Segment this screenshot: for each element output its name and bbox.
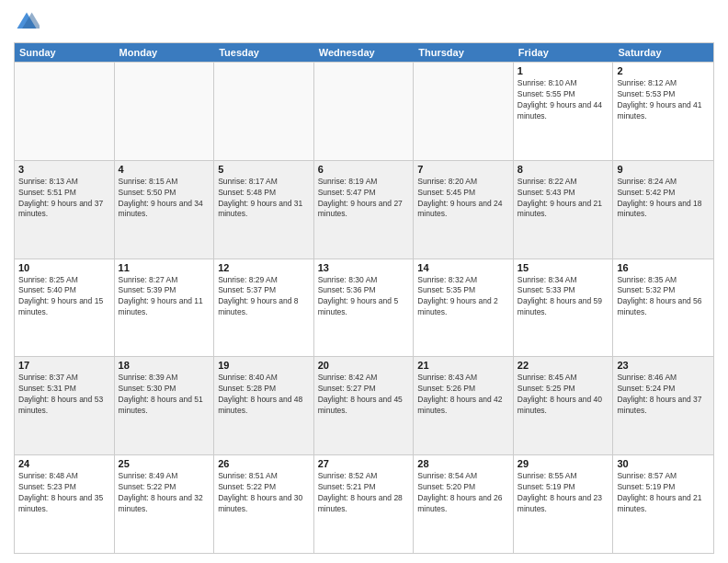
calendar-body: 1Sunrise: 8:10 AMSunset: 5:55 PMDaylight… — [15, 62, 713, 553]
cal-cell-6: 6Sunrise: 8:19 AMSunset: 5:47 PMDaylight… — [314, 161, 415, 259]
cal-cell-14: 14Sunrise: 8:32 AMSunset: 5:35 PMDayligh… — [414, 259, 514, 357]
cal-cell-11: 11Sunrise: 8:27 AMSunset: 5:39 PMDayligh… — [115, 259, 215, 357]
cal-cell-22: 22Sunrise: 8:45 AMSunset: 5:25 PMDayligh… — [514, 357, 614, 454]
day-number: 23 — [617, 360, 710, 371]
day-number: 24 — [18, 458, 110, 469]
header-day-sunday: Sunday — [15, 43, 115, 62]
cal-cell-20: 20Sunrise: 8:42 AMSunset: 5:27 PMDayligh… — [314, 357, 415, 454]
day-number: 2 — [617, 65, 710, 76]
cell-info: Sunrise: 8:29 AMSunset: 5:37 PMDaylight:… — [218, 275, 310, 319]
cell-info: Sunrise: 8:51 AMSunset: 5:22 PMDaylight:… — [218, 471, 310, 515]
cell-info: Sunrise: 8:22 AMSunset: 5:43 PMDaylight:… — [518, 177, 609, 221]
cell-info: Sunrise: 8:20 AMSunset: 5:45 PMDaylight:… — [417, 177, 509, 221]
day-number: 7 — [417, 164, 509, 175]
cell-info: Sunrise: 8:43 AMSunset: 5:26 PMDaylight:… — [417, 373, 509, 417]
cell-info: Sunrise: 8:54 AMSunset: 5:20 PMDaylight:… — [417, 471, 509, 515]
cal-cell-28: 28Sunrise: 8:54 AMSunset: 5:20 PMDayligh… — [414, 455, 514, 553]
day-number: 22 — [518, 360, 609, 371]
cell-info: Sunrise: 8:46 AMSunset: 5:24 PMDaylight:… — [617, 373, 710, 417]
cal-cell-2: 2Sunrise: 8:12 AMSunset: 5:53 PMDaylight… — [613, 63, 713, 160]
cell-info: Sunrise: 8:30 AMSunset: 5:36 PMDaylight:… — [318, 275, 410, 319]
day-number: 28 — [417, 458, 509, 469]
cal-cell-19: 19Sunrise: 8:40 AMSunset: 5:28 PMDayligh… — [214, 357, 314, 454]
day-number: 21 — [417, 360, 509, 371]
cell-info: Sunrise: 8:55 AMSunset: 5:19 PMDaylight:… — [518, 471, 609, 515]
cal-cell-16: 16Sunrise: 8:35 AMSunset: 5:32 PMDayligh… — [613, 259, 713, 357]
cal-cell-12: 12Sunrise: 8:29 AMSunset: 5:37 PMDayligh… — [214, 259, 314, 357]
cell-info: Sunrise: 8:49 AMSunset: 5:22 PMDaylight:… — [119, 471, 210, 515]
header-day-tuesday: Tuesday — [214, 43, 314, 62]
cell-info: Sunrise: 8:15 AMSunset: 5:50 PMDaylight:… — [119, 177, 210, 221]
cal-cell-empty-3 — [314, 63, 415, 160]
cal-cell-27: 27Sunrise: 8:52 AMSunset: 5:21 PMDayligh… — [314, 455, 415, 553]
day-number: 4 — [119, 164, 210, 175]
cell-info: Sunrise: 8:13 AMSunset: 5:51 PMDaylight:… — [18, 177, 110, 221]
cal-cell-5: 5Sunrise: 8:17 AMSunset: 5:48 PMDaylight… — [214, 161, 314, 259]
day-number: 25 — [119, 458, 210, 469]
cell-info: Sunrise: 8:48 AMSunset: 5:23 PMDaylight:… — [18, 471, 110, 515]
day-number: 13 — [318, 262, 410, 273]
cell-info: Sunrise: 8:27 AMSunset: 5:39 PMDaylight:… — [119, 275, 210, 319]
cal-cell-8: 8Sunrise: 8:22 AMSunset: 5:43 PMDaylight… — [514, 161, 614, 259]
cell-info: Sunrise: 8:37 AMSunset: 5:31 PMDaylight:… — [18, 373, 110, 417]
day-number: 15 — [518, 262, 609, 273]
day-number: 20 — [318, 360, 410, 371]
cal-cell-4: 4Sunrise: 8:15 AMSunset: 5:50 PMDaylight… — [115, 161, 215, 259]
cal-cell-17: 17Sunrise: 8:37 AMSunset: 5:31 PMDayligh… — [15, 357, 115, 454]
cell-info: Sunrise: 8:32 AMSunset: 5:35 PMDaylight:… — [417, 275, 509, 319]
cal-row-3: 17Sunrise: 8:37 AMSunset: 5:31 PMDayligh… — [15, 356, 713, 454]
day-number: 18 — [119, 360, 210, 371]
cal-cell-empty-4 — [414, 63, 514, 160]
cal-cell-29: 29Sunrise: 8:55 AMSunset: 5:19 PMDayligh… — [514, 455, 614, 553]
cal-cell-9: 9Sunrise: 8:24 AMSunset: 5:42 PMDaylight… — [613, 161, 713, 259]
day-number: 9 — [617, 164, 710, 175]
cal-cell-empty-0 — [15, 63, 115, 160]
header — [14, 9, 714, 35]
header-day-thursday: Thursday — [414, 43, 514, 62]
cal-cell-30: 30Sunrise: 8:57 AMSunset: 5:19 PMDayligh… — [613, 455, 713, 553]
cell-info: Sunrise: 8:57 AMSunset: 5:19 PMDaylight:… — [617, 471, 710, 515]
cal-cell-10: 10Sunrise: 8:25 AMSunset: 5:40 PMDayligh… — [15, 259, 115, 357]
cal-cell-18: 18Sunrise: 8:39 AMSunset: 5:30 PMDayligh… — [115, 357, 215, 454]
cal-cell-3: 3Sunrise: 8:13 AMSunset: 5:51 PMDaylight… — [15, 161, 115, 259]
header-day-friday: Friday — [514, 43, 614, 62]
cal-cell-23: 23Sunrise: 8:46 AMSunset: 5:24 PMDayligh… — [613, 357, 713, 454]
header-day-saturday: Saturday — [613, 43, 713, 62]
day-number: 16 — [617, 262, 710, 273]
cal-cell-21: 21Sunrise: 8:43 AMSunset: 5:26 PMDayligh… — [414, 357, 514, 454]
day-number: 5 — [218, 164, 310, 175]
day-number: 1 — [518, 65, 609, 76]
cell-info: Sunrise: 8:25 AMSunset: 5:40 PMDaylight:… — [18, 275, 110, 319]
cal-cell-15: 15Sunrise: 8:34 AMSunset: 5:33 PMDayligh… — [514, 259, 614, 357]
cal-row-4: 24Sunrise: 8:48 AMSunset: 5:23 PMDayligh… — [15, 454, 713, 553]
cal-row-0: 1Sunrise: 8:10 AMSunset: 5:55 PMDaylight… — [15, 62, 713, 160]
day-number: 14 — [417, 262, 509, 273]
cal-cell-26: 26Sunrise: 8:51 AMSunset: 5:22 PMDayligh… — [214, 455, 314, 553]
logo — [14, 9, 43, 35]
header-day-monday: Monday — [115, 43, 215, 62]
cal-cell-7: 7Sunrise: 8:20 AMSunset: 5:45 PMDaylight… — [414, 161, 514, 259]
day-number: 8 — [518, 164, 609, 175]
day-number: 27 — [318, 458, 410, 469]
day-number: 6 — [318, 164, 410, 175]
page: SundayMondayTuesdayWednesdayThursdayFrid… — [0, 0, 728, 563]
day-number: 30 — [617, 458, 710, 469]
cell-info: Sunrise: 8:42 AMSunset: 5:27 PMDaylight:… — [318, 373, 410, 417]
cal-cell-13: 13Sunrise: 8:30 AMSunset: 5:36 PMDayligh… — [314, 259, 415, 357]
cell-info: Sunrise: 8:45 AMSunset: 5:25 PMDaylight:… — [518, 373, 609, 417]
cell-info: Sunrise: 8:34 AMSunset: 5:33 PMDaylight:… — [518, 275, 609, 319]
day-number: 26 — [218, 458, 310, 469]
cal-cell-24: 24Sunrise: 8:48 AMSunset: 5:23 PMDayligh… — [15, 455, 115, 553]
cell-info: Sunrise: 8:39 AMSunset: 5:30 PMDaylight:… — [119, 373, 210, 417]
header-day-wednesday: Wednesday — [314, 43, 415, 62]
cell-info: Sunrise: 8:17 AMSunset: 5:48 PMDaylight:… — [218, 177, 310, 221]
calendar: SundayMondayTuesdayWednesdayThursdayFrid… — [14, 42, 714, 554]
cal-cell-1: 1Sunrise: 8:10 AMSunset: 5:55 PMDaylight… — [514, 63, 614, 160]
cal-row-1: 3Sunrise: 8:13 AMSunset: 5:51 PMDaylight… — [15, 160, 713, 259]
cell-info: Sunrise: 8:52 AMSunset: 5:21 PMDaylight:… — [318, 471, 410, 515]
day-number: 11 — [119, 262, 210, 273]
calendar-header: SundayMondayTuesdayWednesdayThursdayFrid… — [15, 43, 713, 62]
cell-info: Sunrise: 8:10 AMSunset: 5:55 PMDaylight:… — [518, 78, 609, 122]
cal-cell-empty-1 — [115, 63, 215, 160]
day-number: 12 — [218, 262, 310, 273]
